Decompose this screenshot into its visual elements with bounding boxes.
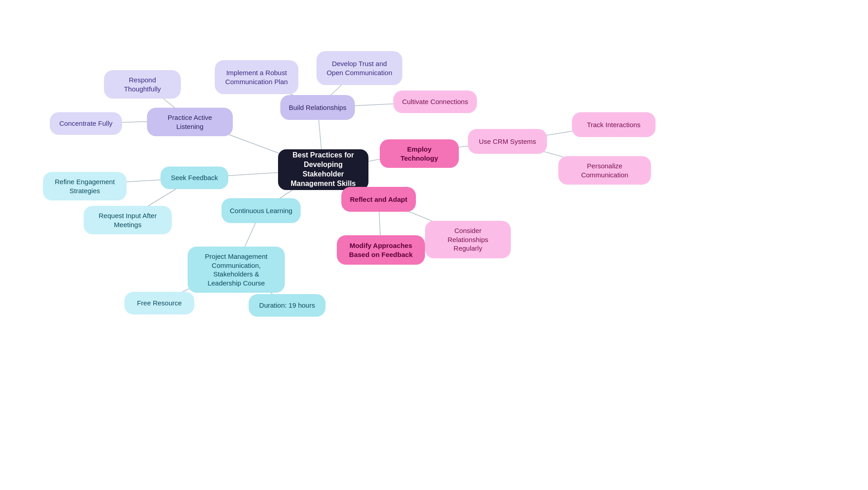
node-duration: Duration: 19 hours: [249, 294, 326, 317]
node-refine: Refine Engagement Strategies: [43, 172, 127, 200]
node-modify: Modify Approaches Based on Feedback: [337, 235, 425, 265]
node-request: Request Input After Meetings: [84, 206, 172, 234]
node-track: Track Interactions: [572, 112, 656, 137]
node-reflect: Reflect and Adapt: [341, 187, 416, 212]
node-implement: Implement a Robust Communication Plan: [215, 60, 298, 94]
node-personalize: Personalize Communication: [558, 156, 651, 185]
node-free-resource: Free Resource: [124, 292, 194, 314]
node-active-listening: Practice Active Listening: [147, 108, 233, 136]
mindmap-container: Best Practices for Developing Stakeholde…: [0, 0, 868, 490]
node-cultivate: Cultivate Connections: [393, 90, 477, 113]
node-consider: Consider Relationships Regularly: [425, 221, 511, 258]
node-employ-tech: Employ Technology: [380, 139, 459, 168]
node-respond: Respond Thoughtfully: [104, 70, 181, 99]
node-pm-course: Project Management Communication, Stakeh…: [188, 247, 285, 293]
node-continuous: Continuous Learning: [222, 198, 301, 223]
node-seek-feedback: Seek Feedback: [160, 167, 228, 189]
center-node: Best Practices for Developing Stakeholde…: [278, 149, 368, 190]
node-build-rel: Build Relationships: [280, 95, 355, 120]
node-develop-trust: Develop Trust and Open Communication: [316, 51, 402, 85]
node-concentrate: Concentrate Fully: [50, 112, 122, 135]
node-use-crm: Use CRM Systems: [468, 129, 547, 154]
